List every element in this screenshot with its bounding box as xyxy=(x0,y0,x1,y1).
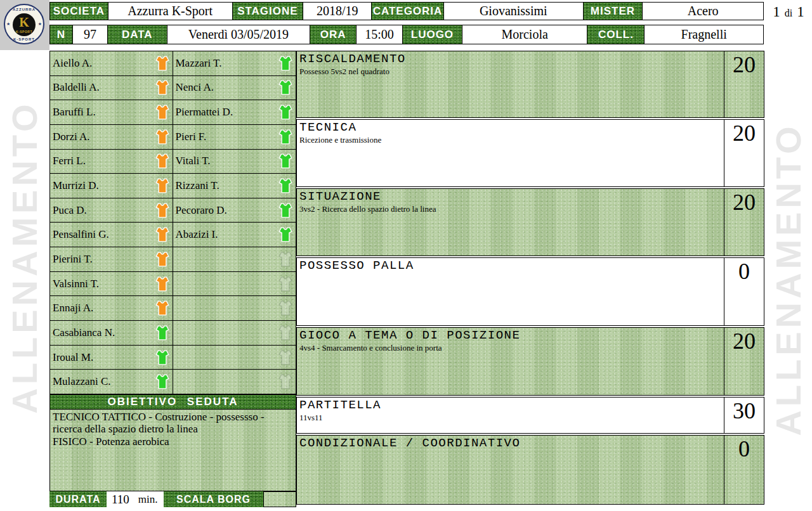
player-cell[interactable]: Mulazzani C. xyxy=(50,370,173,394)
vest-icon[interactable] xyxy=(155,252,169,267)
player-cell[interactable]: Casabianca N. xyxy=(50,321,173,345)
data-value-field[interactable]: Venerdì 03/05/2019 xyxy=(167,25,311,44)
section-row-partitella[interactable]: PARTITELLA11vs11 30 xyxy=(296,397,764,434)
section-duration[interactable]: 20 xyxy=(724,328,764,395)
objective-line: FISICO - Potenza aerobica xyxy=(53,436,293,448)
player-cell[interactable]: Aiello A. xyxy=(50,51,173,75)
societa-value-field[interactable]: Azzurra K-Sport xyxy=(108,3,233,20)
vest-icon[interactable] xyxy=(278,276,292,292)
vest-icon[interactable] xyxy=(278,153,292,169)
label-text: CATEGORIA xyxy=(373,5,443,18)
vest-icon[interactable] xyxy=(278,80,292,95)
vest-icon[interactable] xyxy=(278,203,292,218)
numero-label: N xyxy=(50,25,73,44)
section-duration[interactable]: 20 xyxy=(724,189,764,256)
categoria-value-field[interactable]: Giovanissimi xyxy=(444,3,584,20)
vest-icon[interactable] xyxy=(278,227,292,242)
section-title: PARTITELLA xyxy=(299,398,721,412)
vest-icon[interactable] xyxy=(155,56,169,71)
player-cell[interactable] xyxy=(173,247,296,271)
player-name: Dorzi A. xyxy=(53,131,90,143)
player-cell[interactable]: Ferri L. xyxy=(50,150,173,174)
player-cell[interactable]: Baldelli A. xyxy=(50,76,173,100)
player-cell[interactable] xyxy=(173,272,296,296)
vest-icon[interactable] xyxy=(155,178,169,193)
section-duration[interactable]: 30 xyxy=(724,398,764,433)
player-cell[interactable]: Pieri F. xyxy=(173,125,296,149)
label-text: DATA xyxy=(122,29,153,41)
vest-icon[interactable] xyxy=(155,325,169,340)
section-row-situazione[interactable]: SITUAZIONE3vs2 - Ricerca dello spazio di… xyxy=(296,188,764,256)
durata-minutes: 110 xyxy=(112,493,129,507)
player-cell[interactable]: Dorzi A. xyxy=(50,125,173,149)
player-cell[interactable]: Pierini T. xyxy=(50,247,173,271)
section-title: RISCALDAMENTO xyxy=(299,52,721,66)
section-row-riscaldamento[interactable]: RISCALDAMENTOPossesso 5vs2 nel quadrato … xyxy=(296,51,764,118)
objective-text-field[interactable]: TECNICO TATTICO - Costruzione - possesss… xyxy=(49,410,296,491)
player-cell[interactable]: Rizzani T. xyxy=(173,174,296,198)
durata-label: DURATA xyxy=(49,491,107,507)
vest-icon[interactable] xyxy=(155,129,169,145)
borg-value-field[interactable] xyxy=(263,491,296,507)
vest-icon[interactable] xyxy=(155,105,169,120)
player-cell[interactable]: Pecoraro D. xyxy=(173,198,296,223)
player-cell[interactable]: Mazzari T. xyxy=(173,51,296,75)
vest-icon[interactable] xyxy=(155,374,169,389)
section-row-tecnica[interactable]: TECNICARicezione e trasmissione 20 xyxy=(296,119,764,187)
player-cell[interactable]: Iroual M. xyxy=(50,346,173,370)
section-duration[interactable]: 0 xyxy=(724,436,764,504)
coll-value-field[interactable]: Fragnelli xyxy=(645,25,763,44)
player-cell[interactable]: Baruffi L. xyxy=(50,100,173,124)
section-duration[interactable]: 0 xyxy=(724,258,764,325)
vest-icon[interactable] xyxy=(278,105,292,120)
vest-icon[interactable] xyxy=(278,301,292,316)
label-text: SOCIETA xyxy=(53,5,105,18)
table-row: Pierini T. xyxy=(50,247,296,272)
mister-value-field[interactable]: Acero xyxy=(643,3,763,20)
vest-icon[interactable] xyxy=(155,203,169,218)
player-name: Ennaji A. xyxy=(53,302,93,314)
vest-icon[interactable] xyxy=(278,178,292,193)
vest-icon[interactable] xyxy=(278,56,292,71)
player-cell[interactable]: Puca D. xyxy=(50,198,173,223)
player-cell[interactable]: Valsinni T. xyxy=(50,272,173,296)
section-duration[interactable]: 20 xyxy=(724,51,764,117)
ora-value-field[interactable]: 15:00 xyxy=(357,25,403,44)
durata-value-field[interactable]: 110 min. xyxy=(107,491,164,507)
vest-icon[interactable] xyxy=(278,252,292,267)
section-row-condizionale[interactable]: CONDIZIONALE / COORDINATIVO 0 xyxy=(296,435,764,505)
player-cell[interactable]: Piermattei D. xyxy=(173,100,296,124)
player-cell[interactable]: Pensalfini G. xyxy=(50,223,173,247)
vest-icon[interactable] xyxy=(155,227,169,242)
logo-letter: K xyxy=(13,15,36,30)
right-watermark: ALLENAMENTO xyxy=(764,76,812,482)
luogo-value-field[interactable]: Morciola xyxy=(462,25,588,44)
player-cell[interactable] xyxy=(173,370,296,394)
vest-icon[interactable] xyxy=(155,153,169,169)
duration-borg-bar: DURATA 110 min. SCALA BORG xyxy=(49,491,296,507)
vest-icon[interactable] xyxy=(278,350,292,365)
player-cell[interactable] xyxy=(173,321,296,345)
player-cell[interactable] xyxy=(173,346,296,370)
vest-icon[interactable] xyxy=(155,301,169,316)
vest-icon[interactable] xyxy=(278,129,292,145)
player-cell[interactable]: Ennaji A. xyxy=(50,296,173,320)
player-cell[interactable] xyxy=(173,296,296,320)
vest-icon[interactable] xyxy=(278,325,292,340)
stagione-value-field[interactable]: 2018/19 xyxy=(303,3,372,20)
vest-icon[interactable] xyxy=(155,80,169,95)
section-row-possesso-palla[interactable]: POSSESSO PALLA 0 xyxy=(296,257,764,326)
player-cell[interactable]: Vitali T. xyxy=(173,150,296,174)
section-duration[interactable]: 20 xyxy=(724,120,764,186)
player-name: Ferri L. xyxy=(53,155,86,167)
vest-icon[interactable] xyxy=(155,350,169,365)
section-row-gioco-a-tema[interactable]: GIOCO A TEMA O DI POSIZIONE4vs4 - Smarca… xyxy=(296,327,764,396)
player-name: Pieri F. xyxy=(176,131,207,143)
player-cell[interactable]: Nenci A. xyxy=(173,76,296,100)
star-icon: ★ xyxy=(6,22,10,27)
player-cell[interactable]: Murrizi D. xyxy=(50,174,173,198)
numero-value-field[interactable]: 97 xyxy=(73,25,108,44)
vest-icon[interactable] xyxy=(278,374,292,389)
vest-icon[interactable] xyxy=(155,276,169,292)
player-cell[interactable]: Abazizi I. xyxy=(173,223,296,247)
